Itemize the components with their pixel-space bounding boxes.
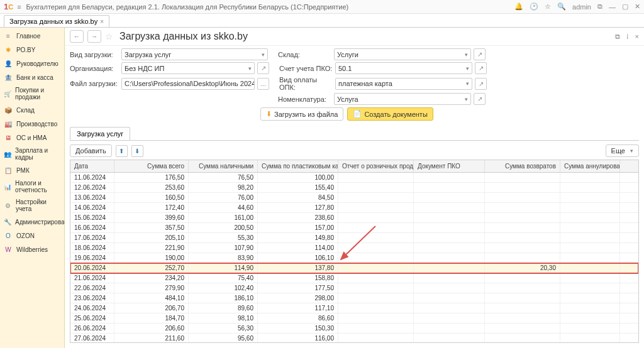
table-row[interactable]: 11.06.2024176,5076,50100,00 [70, 173, 638, 183]
sidebar-item[interactable]: ≡Главное [0, 29, 64, 43]
table-row[interactable]: 27.06.2024211,6095,60116,00 [70, 334, 638, 342]
sidebar-item[interactable]: 🔧Администрирование [0, 215, 64, 229]
table-cell: 95,60 [189, 334, 258, 342]
table-cell [560, 213, 620, 222]
table-row[interactable]: 20.06.2024252,70114,90137,8020,30 [70, 263, 638, 273]
warehouse-select[interactable]: Услуги▾ [334, 48, 471, 60]
load-type-select[interactable]: Загрузка услуг▾ [121, 48, 268, 60]
table-row[interactable]: 22.06.2024279,90102,40177,50 [70, 283, 638, 293]
more-button[interactable]: Еще ▾ [606, 144, 639, 157]
sidebar-label: Покупки и продажи [15, 87, 60, 101]
table-row[interactable]: 12.06.2024253,6098,20155,40 [70, 183, 638, 193]
add-button[interactable]: Добавить [70, 144, 112, 157]
chevron-down-icon: ▾ [262, 52, 265, 58]
sidebar-item[interactable]: ⚙Настройки учета [0, 196, 64, 215]
data-tab-services[interactable]: Загрузка услуг [70, 127, 130, 140]
pko-account-open-button[interactable]: ↗ [475, 62, 487, 74]
table-cell [485, 243, 560, 253]
sidebar-item[interactable]: 🏭Производство [0, 117, 64, 131]
file-browse-button[interactable]: … [257, 78, 269, 90]
table-row[interactable]: 16.06.2024357,50200,50157,00 [70, 223, 638, 233]
sidebar-item[interactable]: 👥Зарплата и кадры [0, 144, 64, 163]
history-icon[interactable]: 🕑 [530, 3, 538, 11]
table-row[interactable]: 13.06.2024160,5076,0084,50 [70, 193, 638, 203]
th-pko[interactable]: Документ ПКО [414, 160, 485, 172]
nomenclature-open-button[interactable]: ↗ [474, 93, 486, 105]
tab-close-icon[interactable]: × [100, 18, 104, 25]
table-row[interactable]: 18.06.2024221,90107,90114,00 [70, 243, 638, 253]
sidebar-item[interactable]: 👤Руководителю [0, 57, 64, 70]
table-row[interactable]: 24.06.2024206,7089,60117,10 [70, 303, 638, 313]
th-returns[interactable]: Сумма возвратов [485, 160, 560, 172]
table-cell: 23.06.2024 [70, 293, 114, 303]
file-input[interactable]: C:\Users\Professional\Desktop\Июнь 2024.… [121, 78, 255, 90]
table-row[interactable]: 25.06.2024184,7098,1086,60 [70, 313, 638, 324]
page-settings-icon[interactable]: ⁞ [626, 33, 629, 41]
table-cell: 206,70 [114, 303, 189, 313]
table-row[interactable]: 14.06.2024172,4044,60127,80 [70, 203, 638, 213]
sidebar-item[interactable]: 🖥ОС и НМА [0, 131, 64, 144]
sidebar-item[interactable]: ✱РО.BY [0, 43, 64, 57]
table-row[interactable]: 17.06.2024205,1055,30149,80 [70, 233, 638, 243]
table-cell: 16.06.2024 [70, 223, 114, 232]
sidebar-icon: 👤 [4, 59, 13, 68]
sidebar-label: Главное [16, 33, 40, 40]
page-close-icon[interactable]: × [635, 33, 639, 40]
maximize-icon[interactable]: ▢ [622, 3, 628, 11]
sidebar-item[interactable]: 📦Склад [0, 103, 64, 117]
page-open-icon[interactable]: ⧉ [615, 33, 620, 41]
table-row[interactable]: 15.06.2024399,60161,00238,60 [70, 213, 638, 223]
dropdown-icon[interactable]: ⧉ [597, 3, 602, 11]
close-icon[interactable]: ✕ [635, 3, 640, 11]
th-total[interactable]: Сумма всего [114, 160, 189, 172]
table-cell [338, 173, 414, 182]
chevron-down-icon: ▾ [630, 148, 633, 154]
sidebar-item[interactable]: OOZON [0, 229, 64, 242]
sidebar-item[interactable]: 📊Налоги и отчетность [0, 177, 64, 196]
pko-account-label: Счет учета ПКО: [279, 65, 333, 72]
th-date[interactable]: Дата [70, 160, 114, 172]
table-body[interactable]: 11.06.2024176,5076,50100,0012.06.2024253… [70, 173, 638, 342]
pko-account-select[interactable]: 50.1▾ [335, 62, 472, 74]
nav-forward-button[interactable]: → [87, 30, 101, 43]
th-annul[interactable]: Сумма аннулирований [560, 160, 620, 172]
create-docs-button[interactable]: 📄 Создать документы [347, 107, 433, 121]
sidebar-item[interactable]: 🏦Банк и касса [0, 70, 64, 84]
opk-type-select[interactable]: платежная карта▾ [335, 78, 472, 90]
table-row[interactable]: 23.06.2024484,10186,10298,00 [70, 293, 638, 303]
opk-open-button[interactable]: ↗ [475, 78, 487, 90]
table-row[interactable]: 19.06.2024190,0083,90106,10 [70, 253, 638, 263]
sidebar-item[interactable]: WWildberries [0, 242, 64, 256]
table-cell [485, 213, 560, 222]
move-up-button[interactable]: ⬆ [116, 145, 128, 157]
table-cell [560, 193, 620, 202]
favorite-icon[interactable]: ☆ [105, 31, 113, 41]
load-from-file-button[interactable]: ⬇ Загрузить из файла [260, 107, 343, 121]
org-open-button[interactable]: ↗ [257, 62, 269, 74]
tab-load-skko[interactable]: Загрузка данных из skko.by × [4, 15, 109, 27]
sidebar-item[interactable]: 📋РМК [0, 163, 64, 177]
user-label[interactable]: admin [572, 3, 591, 11]
bell-icon[interactable]: 🔔 [514, 3, 523, 11]
th-report[interactable]: Отчет о розничных продажах [338, 160, 414, 172]
search-icon[interactable]: 🔍 [557, 3, 566, 11]
org-select[interactable]: Без НДС ИП▾ [121, 62, 255, 74]
table-cell [485, 183, 560, 192]
sidebar-icon: ✱ [4, 45, 13, 54]
table-cell: 190,00 [114, 253, 189, 263]
nomenclature-select[interactable]: Услуга▾ [334, 93, 471, 105]
star-icon[interactable]: ☆ [545, 3, 551, 11]
form-area: Вид загрузки: Загрузка услуг▾ Склад: Усл… [65, 46, 644, 124]
nav-back-button[interactable]: ← [70, 30, 84, 43]
table-row[interactable]: 21.06.2024234,2075,40158,80 [70, 273, 638, 283]
minimize-icon[interactable]: — [609, 3, 616, 11]
sidebar-label: РМК [16, 167, 30, 174]
hamburger-icon[interactable]: ≡ [17, 3, 21, 11]
warehouse-open-button[interactable]: ↗ [474, 48, 486, 60]
th-card[interactable]: Сумма по пластиковым картам [258, 160, 338, 172]
table-row[interactable]: 26.06.2024206,6056,30150,30 [70, 324, 638, 334]
table-cell [414, 293, 485, 303]
th-cash[interactable]: Сумма наличными [189, 160, 258, 172]
sidebar-item[interactable]: 🛒Покупки и продажи [0, 84, 64, 103]
move-down-button[interactable]: ⬇ [131, 145, 143, 157]
